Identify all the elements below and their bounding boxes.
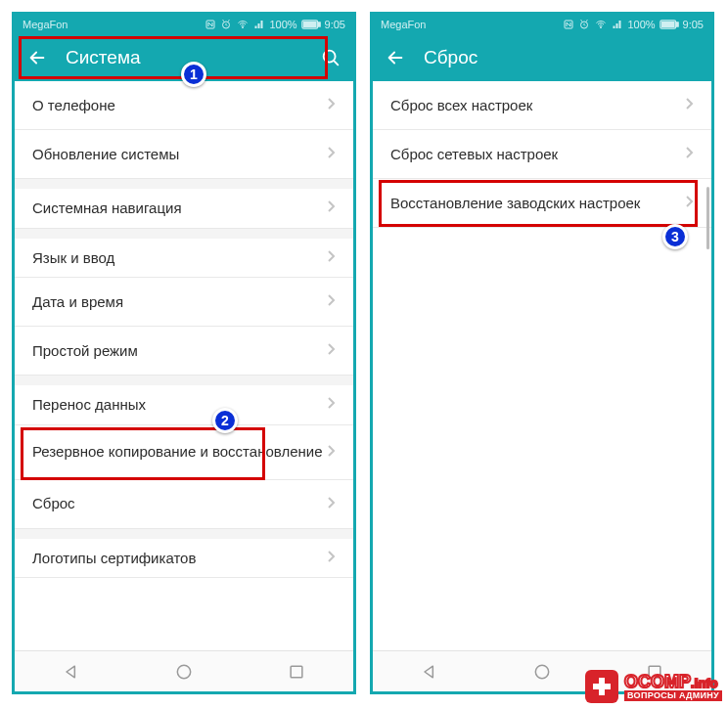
list-item-label: Восстановление заводских настроек xyxy=(390,184,685,223)
back-button[interactable] xyxy=(385,47,406,68)
list-item[interactable]: Перенос данных xyxy=(15,376,353,425)
arrow-left-icon xyxy=(26,47,48,68)
step-badge-3: 3 xyxy=(662,224,688,249)
nav-home-button[interactable] xyxy=(174,662,194,682)
list-item-label: Логотипы сертификатов xyxy=(32,539,327,578)
signal-icon xyxy=(253,19,265,30)
list-item[interactable]: Восстановление заводских настроек xyxy=(373,179,711,228)
alarm-icon xyxy=(220,19,232,30)
list-item-label: Системная навигация xyxy=(32,189,327,228)
list-item-label: Дата и время xyxy=(32,283,327,322)
circle-icon xyxy=(174,662,194,682)
chevron-right-icon xyxy=(327,249,336,266)
wifi-icon xyxy=(594,19,608,30)
battery-label: 100% xyxy=(627,19,655,30)
nav-back-button[interactable] xyxy=(62,662,81,682)
list-item[interactable]: Дата и время xyxy=(15,278,353,327)
chevron-right-icon xyxy=(327,97,336,113)
phone-right: MegaFon 100% 9:05 Сброс Сброс всех настр… xyxy=(370,12,714,694)
search-button[interactable] xyxy=(320,47,341,68)
chevron-right-icon xyxy=(685,97,694,113)
chevron-right-icon xyxy=(327,496,336,512)
watermark: OCOMP.info ВОПРОСЫ АДМИНУ xyxy=(585,670,722,703)
chevron-right-icon xyxy=(327,342,336,359)
battery-label: 100% xyxy=(269,19,296,30)
list-item[interactable]: Сброс xyxy=(15,480,353,529)
time-label: 9:05 xyxy=(325,19,345,30)
list-item[interactable]: О телефоне xyxy=(15,81,353,130)
svg-rect-8 xyxy=(291,666,302,678)
status-icons: 100% 9:05 xyxy=(205,19,345,30)
list-item[interactable]: Язык и ввод xyxy=(15,229,353,279)
chevron-right-icon xyxy=(327,146,336,162)
wifi-icon xyxy=(236,19,250,30)
app-bar: Сброс xyxy=(373,34,711,81)
chevron-right-icon xyxy=(327,293,336,310)
list-item[interactable]: Простой режим xyxy=(15,327,353,376)
svg-point-15 xyxy=(535,665,548,678)
square-icon xyxy=(287,662,306,682)
list-item-label: Сброс всех настроек xyxy=(390,86,685,125)
svg-rect-5 xyxy=(303,22,316,27)
status-bar: MegaFon 100% 9:05 xyxy=(15,15,353,34)
svg-rect-13 xyxy=(676,22,678,26)
status-bar: MegaFon 100% 9:05 xyxy=(373,15,711,34)
chevron-right-icon xyxy=(327,199,336,216)
svg-point-11 xyxy=(601,26,602,27)
svg-rect-4 xyxy=(318,22,320,26)
list-item[interactable]: Сброс всех настроек xyxy=(373,81,711,130)
phone-left: MegaFon 100% 9:05 Система 1 xyxy=(12,12,356,694)
nav-home-button[interactable] xyxy=(532,662,552,682)
chevron-right-icon xyxy=(685,146,694,162)
carrier-label: MegaFon xyxy=(23,19,68,30)
triangle-left-icon xyxy=(420,662,439,682)
chevron-right-icon xyxy=(327,444,336,461)
watermark-brand: OCOMP.info xyxy=(624,673,722,690)
alarm-icon xyxy=(578,19,590,30)
list-item-label: Перенос данных xyxy=(32,385,327,424)
list-item-label: Обновление системы xyxy=(32,135,327,174)
battery-icon xyxy=(301,20,321,29)
settings-list: О телефоне Обновление системы Системная … xyxy=(15,81,353,650)
nfc-icon xyxy=(205,19,216,30)
list-item-label: Язык и ввод xyxy=(32,239,327,278)
circle-icon xyxy=(532,662,552,682)
time-label: 9:05 xyxy=(683,19,704,30)
watermark-tagline: ВОПРОСЫ АДМИНУ xyxy=(624,690,722,701)
nav-recents-button[interactable] xyxy=(287,662,306,682)
svg-point-7 xyxy=(177,665,190,678)
chevron-right-icon xyxy=(685,195,694,211)
search-icon xyxy=(320,47,341,68)
list-item[interactable]: Резервное копирование и восстановление xyxy=(15,425,353,480)
list-item[interactable]: Системная навигация xyxy=(15,179,353,229)
chevron-right-icon xyxy=(327,550,336,566)
carrier-label: MegaFon xyxy=(381,19,426,30)
svg-rect-14 xyxy=(661,22,674,27)
step-badge-2: 2 xyxy=(212,408,238,433)
list-item-label: О телефоне xyxy=(32,86,327,125)
back-button[interactable] xyxy=(26,47,48,68)
list-item[interactable]: Логотипы сертификатов xyxy=(15,529,353,579)
nfc-icon xyxy=(563,19,574,30)
battery-icon xyxy=(660,20,679,29)
list-item-label: Сброс сетевых настроек xyxy=(390,135,685,174)
signal-icon xyxy=(612,19,623,30)
list-item-label: Простой режим xyxy=(32,332,327,371)
list-item[interactable]: Обновление системы xyxy=(15,130,353,179)
page-title: Сброс xyxy=(424,47,700,68)
list-item[interactable]: Сброс сетевых настроек xyxy=(373,130,711,179)
scrollbar-thumb[interactable] xyxy=(706,187,709,249)
status-icons: 100% 9:05 xyxy=(563,19,704,30)
chevron-right-icon xyxy=(327,396,336,413)
settings-list: Сброс всех настроек Сброс сетевых настро… xyxy=(373,81,711,650)
list-item-label: Резервное копирование и восстановление xyxy=(32,432,327,471)
plus-icon xyxy=(585,670,618,703)
svg-point-2 xyxy=(243,26,244,27)
list-item-label: Сброс xyxy=(32,484,327,523)
triangle-left-icon xyxy=(62,662,81,682)
arrow-left-icon xyxy=(385,47,406,68)
nav-bar xyxy=(15,650,353,691)
nav-back-button[interactable] xyxy=(420,662,439,682)
